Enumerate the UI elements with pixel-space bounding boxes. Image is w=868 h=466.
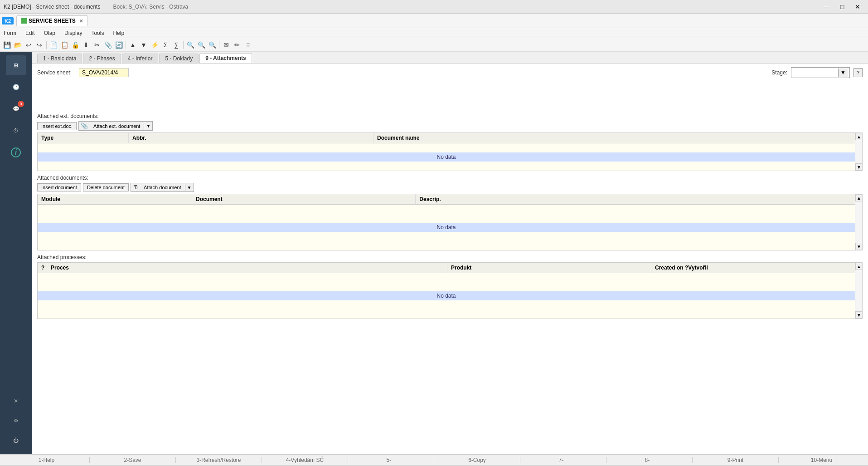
- proc-scroll-down-icon[interactable]: ▼: [855, 311, 863, 319]
- up-arrow-btn[interactable]: ▲: [128, 40, 138, 50]
- close-button[interactable]: ✕: [851, 2, 864, 11]
- power-icon: ⏻: [13, 437, 19, 444]
- menu-display[interactable]: Display: [63, 29, 84, 37]
- attach-doc-arrow-icon[interactable]: ▼: [185, 184, 194, 191]
- header-spacer: [32, 82, 868, 109]
- attach-ext-doc-label: Attach ext. document: [90, 123, 144, 130]
- sidebar-icon-chat[interactable]: 💬 0: [6, 99, 26, 119]
- refresh-btn[interactable]: 🔄: [114, 40, 124, 50]
- status-5: 5-: [348, 457, 434, 463]
- insert-doc-btn[interactable]: Insert document: [37, 183, 81, 191]
- service-sheets-tab[interactable]: SERVICE SHEETS ✕: [16, 15, 88, 26]
- stage-dropdown[interactable]: ▼: [791, 67, 850, 78]
- ext-documents-table-wrapper: Type Abbr. Document name No data ▲ ▼: [37, 132, 863, 171]
- att-scroll-up-icon[interactable]: ▲: [855, 194, 863, 201]
- att-col-descrip: Descrip.: [415, 194, 855, 204]
- sum-btn[interactable]: Σ: [160, 40, 170, 50]
- tab-inferior[interactable]: 4 - Inferior: [122, 54, 159, 63]
- tab-phases[interactable]: 2 - Phases: [83, 54, 121, 63]
- att-empty-row-3: [38, 232, 855, 241]
- attached-documents-body: No data: [38, 205, 855, 250]
- insert-ext-doc-btn[interactable]: Insert ext.doc.: [37, 122, 77, 130]
- menu-form[interactable]: Form: [2, 29, 18, 37]
- down-arrow-btn[interactable]: ▼: [139, 40, 149, 50]
- sidebar-icon-power[interactable]: ⏻: [6, 431, 26, 451]
- status-search[interactable]: 4-Vyhledání SČ: [262, 457, 348, 463]
- menu-help[interactable]: Help: [111, 29, 126, 37]
- status-refresh[interactable]: 3-Refresh/Restore: [176, 457, 262, 463]
- redo-btn[interactable]: ↪: [34, 40, 44, 50]
- tab-attachments[interactable]: 9 - Attachments: [199, 53, 252, 63]
- status-print[interactable]: 9-Print: [693, 457, 779, 463]
- chat-icon: 💬: [13, 106, 19, 112]
- attach-ext-doc-btn[interactable]: 📎 Attach ext. document ▼: [78, 121, 153, 131]
- status-items: 1-Help 2-Save 3-Refresh/Restore 4-Vyhled…: [4, 457, 864, 463]
- att-empty-row-4: [38, 241, 855, 250]
- sidebar-icon-info[interactable]: i: [6, 142, 26, 162]
- ext-no-data: No data: [38, 152, 855, 162]
- sidebar-icon-gear[interactable]: ⚙: [6, 411, 26, 431]
- tab-doklady[interactable]: 5 - Doklady: [159, 54, 199, 63]
- proc-col-created: Created on ?Vytvořil: [651, 263, 855, 273]
- status-save[interactable]: 2-Save: [90, 457, 176, 463]
- find2-btn[interactable]: 🔍: [196, 40, 206, 50]
- info-icon: i: [11, 147, 21, 157]
- status-save-key: 2-Save: [124, 457, 141, 463]
- down-btn[interactable]: ⬇: [81, 40, 91, 50]
- status-copy[interactable]: 6-Copy: [434, 457, 520, 463]
- menu-btn[interactable]: ≡: [243, 40, 253, 50]
- cut-btn[interactable]: ✂: [92, 40, 102, 50]
- sidebar-icon-grid[interactable]: ⊞: [6, 55, 26, 75]
- sidebar-icon-history[interactable]: ⏱: [6, 121, 26, 141]
- undo-btn[interactable]: ↩: [24, 40, 34, 50]
- proc-scroll-up-icon[interactable]: ▲: [855, 263, 863, 270]
- attached-documents-header: Module Document Descrip.: [38, 194, 855, 205]
- sidebar-icon-dots[interactable]: ⨯: [6, 391, 26, 411]
- flash-btn[interactable]: ⚡: [150, 40, 160, 50]
- menu-edit[interactable]: Edit: [24, 29, 37, 37]
- att-scroll-down-icon[interactable]: ▼: [855, 243, 863, 250]
- copy-btn[interactable]: 📋: [59, 40, 69, 50]
- attach-ext-arrow-icon[interactable]: ▼: [144, 123, 152, 129]
- sum2-btn[interactable]: ∑: [171, 40, 181, 50]
- save-btn[interactable]: 💾: [2, 40, 12, 50]
- scroll-up-icon[interactable]: ▲: [855, 133, 863, 140]
- new-btn[interactable]: 📄: [48, 40, 58, 50]
- att-empty-row-1: [38, 205, 855, 214]
- service-sheet-label: Service sheet:: [37, 69, 72, 76]
- clock-icon: 🕐: [13, 84, 19, 90]
- scroll-down-icon[interactable]: ▼: [855, 163, 863, 171]
- attached-documents-table: Module Document Descrip. No data: [38, 194, 855, 250]
- status-menu-key: 10-Menu: [811, 457, 832, 463]
- ext-documents-body: No data: [38, 143, 855, 171]
- toolbar-sep-3: [183, 41, 184, 49]
- tab-close-icon[interactable]: ✕: [79, 19, 83, 24]
- ext-table-scrollbar[interactable]: ▲ ▼: [855, 133, 862, 171]
- tab-basic-data[interactable]: 1 - Basic data: [37, 54, 82, 63]
- grid-icon: ⊞: [14, 62, 18, 69]
- service-sheet-input[interactable]: [79, 68, 129, 77]
- email-btn[interactable]: ✉: [221, 40, 231, 50]
- attach-doc-btn[interactable]: 🖻 Attach document ▼: [131, 183, 194, 192]
- toolbar: 💾 📂 ↩ ↪ 📄 📋 🔒 ⬇ ✂ 📎 🔄 ▲ ▼ ⚡ Σ ∑ 🔍 🔍 🔍 ✉ …: [0, 38, 868, 52]
- minimize-button[interactable]: ─: [820, 2, 834, 11]
- status-help[interactable]: 1-Help: [4, 457, 90, 463]
- att-table-scrollbar[interactable]: ▲ ▼: [855, 194, 862, 250]
- menu-bar: Form Edit Olap Display Tools Help: [0, 28, 868, 38]
- stage-help-btn[interactable]: ?: [853, 68, 863, 77]
- sidebar-icon-clock[interactable]: 🕐: [6, 77, 26, 97]
- attach-btn-tb[interactable]: 📎: [103, 40, 113, 50]
- proc-table-scrollbar[interactable]: ▲ ▼: [855, 263, 862, 319]
- status-menu[interactable]: 10-Menu: [779, 457, 864, 463]
- maximize-button[interactable]: □: [835, 2, 849, 11]
- menu-tools[interactable]: Tools: [89, 29, 106, 37]
- delete-doc-btn[interactable]: Delete document: [83, 183, 129, 191]
- find1-btn[interactable]: 🔍: [185, 40, 195, 50]
- open-btn[interactable]: 📂: [13, 40, 23, 50]
- proc-col-produkt: Produkt: [447, 263, 651, 273]
- find3-btn[interactable]: 🔍: [207, 40, 217, 50]
- lock-btn[interactable]: 🔒: [70, 40, 80, 50]
- menu-olap[interactable]: Olap: [42, 29, 57, 37]
- edit-btn[interactable]: ✏: [232, 40, 242, 50]
- stage-arrow-icon[interactable]: ▼: [838, 69, 848, 77]
